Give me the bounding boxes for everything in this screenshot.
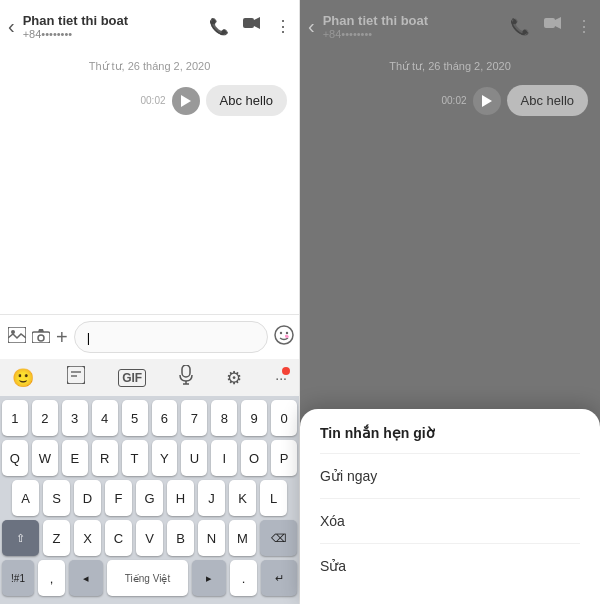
right-video-icon[interactable] bbox=[544, 17, 562, 35]
left-header: ‹ Phan tiet thi boat +84•••••••• 📞 ⋮ bbox=[0, 0, 299, 52]
contact-name: Phan tiet thi boat bbox=[23, 13, 153, 28]
key-x[interactable]: X bbox=[74, 520, 101, 556]
key-h[interactable]: H bbox=[167, 480, 194, 516]
sticker-tool-icon[interactable] bbox=[67, 366, 85, 389]
key-0[interactable]: 0 bbox=[271, 400, 297, 436]
shift-key[interactable]: ⇧ bbox=[2, 520, 39, 556]
more-tools-icon[interactable]: ··· bbox=[275, 370, 287, 386]
svg-point-8 bbox=[275, 326, 293, 344]
svg-point-6 bbox=[38, 335, 44, 341]
svg-point-10 bbox=[285, 331, 287, 333]
key-3[interactable]: 3 bbox=[62, 400, 88, 436]
key-f[interactable]: F bbox=[105, 480, 132, 516]
right-message-bubble: Abc hello bbox=[507, 85, 588, 116]
key-k[interactable]: K bbox=[229, 480, 256, 516]
message-input[interactable] bbox=[74, 321, 268, 353]
key-y[interactable]: Y bbox=[152, 440, 178, 476]
sheet-title: Tin nhắn hẹn giờ bbox=[300, 425, 600, 453]
key-l[interactable]: L bbox=[260, 480, 287, 516]
left-panel: ‹ Phan tiet thi boat +84•••••••• 📞 ⋮ Thứ… bbox=[0, 0, 300, 604]
right-more-icon[interactable]: ⋮ bbox=[576, 17, 592, 36]
key-z[interactable]: Z bbox=[43, 520, 70, 556]
key-6[interactable]: 6 bbox=[152, 400, 178, 436]
enter-key[interactable]: ↵ bbox=[261, 560, 297, 596]
gif-icon[interactable]: GIF bbox=[118, 369, 146, 387]
right-date-label: Thứ tư, 26 tháng 2, 2020 bbox=[312, 60, 588, 73]
right-contact-number: +84•••••••• bbox=[323, 28, 510, 40]
key-r[interactable]: R bbox=[92, 440, 118, 476]
message-row: 00:02 Abc hello bbox=[12, 85, 287, 116]
settings-icon[interactable]: ⚙ bbox=[226, 367, 242, 389]
key-w[interactable]: W bbox=[32, 440, 58, 476]
svg-marker-2 bbox=[181, 95, 191, 107]
space-key[interactable]: Tiếng Việt bbox=[107, 560, 188, 596]
mic-icon[interactable] bbox=[179, 365, 193, 390]
key-b[interactable]: B bbox=[167, 520, 194, 556]
right-back-button[interactable]: ‹ bbox=[308, 15, 315, 38]
left-arrow-key[interactable]: ◂ bbox=[69, 560, 103, 596]
key-7[interactable]: 7 bbox=[181, 400, 207, 436]
header-actions: 📞 ⋮ bbox=[209, 17, 291, 36]
key-m[interactable]: M bbox=[229, 520, 256, 556]
key-a[interactable]: A bbox=[12, 480, 39, 516]
keyboard-toolbar: 🙂 GIF ⚙ ··· bbox=[0, 359, 299, 396]
key-4[interactable]: 4 bbox=[92, 400, 118, 436]
svg-marker-1 bbox=[254, 17, 260, 29]
key-1[interactable]: 1 bbox=[2, 400, 28, 436]
key-d[interactable]: D bbox=[74, 480, 101, 516]
key-2[interactable]: 2 bbox=[32, 400, 58, 436]
key-j[interactable]: J bbox=[198, 480, 225, 516]
camera-icon[interactable] bbox=[32, 327, 50, 348]
key-v[interactable]: V bbox=[136, 520, 163, 556]
key-u[interactable]: U bbox=[181, 440, 207, 476]
call-icon[interactable]: 📞 bbox=[209, 17, 229, 36]
left-chat-area: Thứ tư, 26 tháng 2, 2020 00:02 Abc hello bbox=[0, 52, 299, 314]
key-e[interactable]: E bbox=[62, 440, 88, 476]
svg-marker-25 bbox=[555, 17, 561, 29]
right-header: ‹ Phan tiet thi boat +84•••••••• 📞 ⋮ bbox=[300, 0, 600, 52]
date-label: Thứ tư, 26 tháng 2, 2020 bbox=[12, 60, 287, 73]
key-9[interactable]: 9 bbox=[241, 400, 267, 436]
key-o[interactable]: O bbox=[241, 440, 267, 476]
video-icon[interactable] bbox=[243, 17, 261, 35]
key-p[interactable]: P bbox=[271, 440, 297, 476]
right-panel: ‹ Phan tiet thi boat +84•••••••• 📞 ⋮ Thứ… bbox=[300, 0, 600, 604]
numbers-key[interactable]: !#1 bbox=[2, 560, 34, 596]
zxcv-row: ⇧ Z X C V B N M ⌫ bbox=[2, 520, 297, 556]
sheet-item-edit[interactable]: Sửa bbox=[300, 544, 600, 588]
plus-icon[interactable]: + bbox=[56, 326, 68, 349]
voice-play-button[interactable] bbox=[172, 87, 200, 115]
more-icon[interactable]: ⋮ bbox=[275, 17, 291, 36]
message-time: 00:02 bbox=[140, 95, 165, 106]
svg-point-9 bbox=[279, 331, 281, 333]
input-bar: + bbox=[0, 314, 299, 359]
key-8[interactable]: 8 bbox=[211, 400, 237, 436]
key-5[interactable]: 5 bbox=[122, 400, 148, 436]
comma-key[interactable]: , bbox=[38, 560, 65, 596]
svg-rect-21 bbox=[182, 365, 190, 377]
back-button[interactable]: ‹ bbox=[8, 15, 15, 38]
svg-rect-18 bbox=[67, 366, 85, 384]
notification-badge bbox=[282, 367, 290, 375]
right-arrow-key[interactable]: ▸ bbox=[192, 560, 226, 596]
key-i[interactable]: I bbox=[211, 440, 237, 476]
key-n[interactable]: N bbox=[198, 520, 225, 556]
scheduled-message-sheet: Tin nhắn hẹn giờ Gửi ngay Xóa Sửa bbox=[300, 409, 600, 604]
right-message-time: 00:02 bbox=[441, 95, 466, 106]
sheet-item-send-now[interactable]: Gửi ngay bbox=[300, 454, 600, 498]
sticker-icon[interactable] bbox=[274, 325, 294, 350]
right-contact-name: Phan tiet thi boat bbox=[323, 13, 453, 28]
key-t[interactable]: T bbox=[122, 440, 148, 476]
right-call-icon[interactable]: 📞 bbox=[510, 17, 530, 36]
right-voice-play-button[interactable] bbox=[473, 87, 501, 115]
image-icon[interactable] bbox=[8, 327, 26, 348]
key-c[interactable]: C bbox=[105, 520, 132, 556]
key-q[interactable]: Q bbox=[2, 440, 28, 476]
key-g[interactable]: G bbox=[136, 480, 163, 516]
backspace-key[interactable]: ⌫ bbox=[260, 520, 297, 556]
svg-rect-0 bbox=[243, 18, 254, 28]
sheet-item-delete[interactable]: Xóa bbox=[300, 499, 600, 543]
key-s[interactable]: S bbox=[43, 480, 70, 516]
emoji-icon[interactable]: 🙂 bbox=[12, 367, 34, 389]
period-key[interactable]: . bbox=[230, 560, 257, 596]
